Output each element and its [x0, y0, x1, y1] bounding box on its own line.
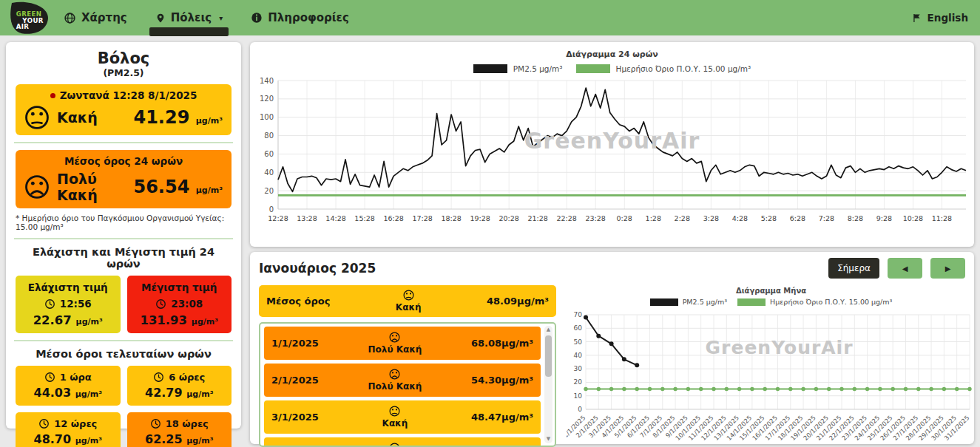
- live-header: Ζωντανά 12:28 8/1/2025: [23, 89, 224, 101]
- svg-text:21:28: 21:28: [527, 214, 547, 222]
- minmax-title: Ελάχιστη και Μέγιστη τιμή 24 ωρών: [16, 246, 232, 270]
- hour-average-card-1: 1 ώρα44.03 μg/m³: [16, 366, 121, 406]
- averages-title: Μέσοι όροι τελευταίων ωρών: [16, 348, 232, 360]
- svg-text:20: 20: [264, 187, 274, 195]
- face-bad-icon: [389, 443, 400, 447]
- nav-item-map[interactable]: Χάρτης: [64, 11, 127, 24]
- svg-text:40: 40: [264, 168, 274, 177]
- day-chart: 12:2813:2814:2815:2816:2817:2818:2819:28…: [251, 75, 973, 243]
- daily-row: 2/1/2025Πολύ Κακή54.30μg/m³: [264, 364, 541, 397]
- month-average-label: Μέσος όρος: [266, 296, 330, 307]
- max-value-card: Μέγιστη τιμή 23:08 131.93 μg/m³: [127, 276, 232, 333]
- max-label: Μέγιστη τιμή: [132, 281, 228, 293]
- svg-text:8:28: 8:28: [848, 214, 863, 222]
- face-very-bad-icon: [389, 369, 400, 380]
- avg24-value: 56.54 μg/m³: [133, 177, 223, 197]
- chevron-left-icon: ◀: [902, 265, 908, 273]
- language-switch[interactable]: English: [912, 12, 968, 24]
- svg-text:60: 60: [264, 150, 274, 158]
- svg-text:14:28: 14:28: [325, 214, 345, 222]
- nav-item-label: Πληροφορίες: [268, 11, 349, 24]
- min-value: 22.67 μg/m³: [20, 313, 116, 327]
- svg-text:120: 120: [260, 95, 274, 103]
- today-button[interactable]: Σήμερα: [828, 258, 879, 279]
- hour-average-card-4: 18 ώρες62.25 μg/m³: [127, 412, 232, 447]
- globe-icon: [64, 12, 76, 24]
- min-label: Ελάχιστη τιμή: [20, 281, 116, 293]
- scroll-down-icon[interactable]: ▼: [544, 435, 552, 443]
- active-nav-indicator: [149, 27, 229, 36]
- face-bad-icon: [389, 406, 400, 417]
- scrollbar-thumb[interactable]: [545, 335, 552, 377]
- hour-average-card-3: 12 ώρες48.70 μg/m³: [16, 412, 121, 447]
- divider: [14, 238, 233, 239]
- svg-text:18:28: 18:28: [441, 214, 461, 222]
- daily-values-list[interactable]: 1/1/2025Πολύ Κακή68.08μg/m³2/1/2025Πολύ …: [259, 322, 556, 447]
- day-chart-title: Διάγραμμα 24 ωρών: [250, 50, 974, 59]
- nav-item-label: Πόλεις: [171, 11, 212, 24]
- nav-items: ΧάρτηςΠόλεις▾Πληροφορίες: [64, 11, 349, 24]
- svg-text:7:28: 7:28: [819, 214, 834, 222]
- svg-text:13:28: 13:28: [297, 214, 317, 222]
- sidebar-panel: Βόλος (PM2.5) Ζωντανά 12:28 8/1/2025 Κακ…: [6, 42, 241, 429]
- month-daily-list-column: Μέσος όρος Κακή 48.09μg/m³ 1/1/2025Πολύ …: [259, 285, 556, 447]
- day-rows: 1/1/2025Πολύ Κακή68.08μg/m³2/1/2025Πολύ …: [264, 327, 541, 447]
- svg-text:19:28: 19:28: [470, 214, 490, 222]
- svg-text:50: 50: [574, 338, 583, 346]
- nav-item-cities[interactable]: Πόλεις▾: [155, 11, 223, 24]
- leaf-logo-icon: GREEN YOUR AIR: [6, 1, 52, 35]
- daily-row: 3/1/2025Κακή48.47μg/m³: [264, 400, 541, 434]
- live-status: Κακή: [57, 109, 98, 126]
- month-chart-column: Διάγραμμα Μήνα PM2.5 μg/m³Ημερήσιο Όριο …: [567, 285, 976, 447]
- month-average-value: 48.09μg/m³: [487, 296, 549, 307]
- svg-text:20:28: 20:28: [499, 214, 518, 222]
- divider: [14, 340, 233, 341]
- divider: [14, 142, 233, 143]
- month-chart: 1/1/20252/1/20253/1/20254/1/20255/1/2025…: [567, 307, 976, 447]
- svg-text:60: 60: [574, 324, 583, 332]
- brand-logo[interactable]: GREEN YOUR AIR: [6, 1, 52, 35]
- brand-line3: AIR: [16, 23, 30, 30]
- clock-icon: [155, 298, 166, 310]
- info-icon: [251, 12, 263, 24]
- max-time: 23:08: [171, 298, 203, 310]
- scroll-up-icon[interactable]: ▲: [544, 326, 552, 334]
- who-limit-note: * Ημερήσιο όριο του Παγκόσμιου Οργανισμο…: [16, 214, 232, 231]
- clock-icon: [44, 372, 55, 383]
- svg-text:100: 100: [260, 113, 274, 121]
- day-chart-legend: PM2.5 μg/m³Ημερήσιο Όριο Π.Ο.Υ. 15.00 μg…: [250, 64, 974, 73]
- month-average-row: Μέσος όρος Κακή 48.09μg/m³: [259, 285, 556, 317]
- clock-icon: [150, 418, 161, 429]
- legend-item: PM2.5 μg/m³: [650, 298, 727, 306]
- chevron-down-icon: ▾: [219, 14, 223, 22]
- flag-icon: [912, 13, 922, 24]
- svg-text:22:28: 22:28: [557, 214, 577, 222]
- svg-text:16:28: 16:28: [383, 214, 403, 222]
- svg-text:2:28: 2:28: [675, 214, 690, 222]
- svg-text:0:28: 0:28: [617, 214, 632, 222]
- legend-item: Ημερήσιο Όριο Π.Ο.Υ. 15.00 μg/m³: [576, 64, 751, 73]
- svg-text:5:28: 5:28: [761, 214, 777, 222]
- min-value-card: Ελάχιστη τιμή 12:56 22.67 μg/m³: [16, 276, 121, 333]
- nav-item-info[interactable]: Πληροφορίες: [251, 11, 349, 24]
- svg-text:30: 30: [574, 365, 583, 372]
- svg-text:80: 80: [264, 132, 274, 140]
- svg-text:10: 10: [574, 392, 583, 400]
- svg-text:0: 0: [269, 205, 274, 214]
- daily-row: 1/1/2025Πολύ Κακή68.08μg/m³: [264, 327, 541, 360]
- clock-icon: [153, 372, 164, 383]
- max-value: 131.93 μg/m³: [132, 313, 228, 327]
- svg-text:0: 0: [578, 406, 582, 413]
- list-scrollbar[interactable]: ▲ ▼: [544, 326, 552, 443]
- month-title: Ιανουάριος 2025: [259, 261, 376, 276]
- svg-text:4:28: 4:28: [732, 214, 748, 222]
- month-average-status: Κακή: [396, 290, 422, 312]
- svg-text:9:28: 9:28: [876, 214, 892, 222]
- month-panel: Ιανουάριος 2025 Σήμερα ◀ ▶ Μέσος όρος Κα…: [250, 252, 974, 444]
- prev-month-button[interactable]: ◀: [888, 258, 922, 279]
- next-month-button[interactable]: ▶: [930, 258, 965, 279]
- svg-text:23:28: 23:28: [586, 214, 606, 222]
- pollutant-label: (PM2.5): [16, 67, 232, 78]
- svg-text:40: 40: [574, 352, 583, 359]
- live-dot-icon: [50, 93, 55, 98]
